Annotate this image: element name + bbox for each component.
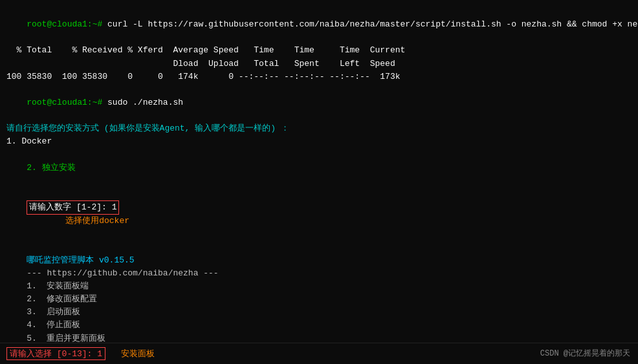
install-hint: 安装面板: [121, 348, 155, 359]
menu-title: 哪吒监控管理脚本 v0.15.5: [6, 254, 632, 267]
terminal: root@clouda1:~# curl -L https://raw.gith…: [0, 0, 638, 364]
number-input-box[interactable]: 请输入数字 [1-2]: 1: [27, 200, 119, 215]
selection-input-box[interactable]: 请输入选择 [0-13]: 1: [6, 347, 105, 360]
curl-command: curl -L https://raw.githubusercontent.co…: [107, 19, 638, 29]
docker-comment: 选择使用docker: [65, 216, 129, 226]
menu-item-2: 2. 修改面板配置: [6, 293, 632, 306]
option-standalone: 2. 独立安装: [6, 149, 632, 187]
line-sudo-cmd: root@clouda1:~# sudo ./nezha.sh: [6, 83, 632, 122]
progress-header-2: Dload Upload Total Spent Left Speed: [6, 58, 632, 70]
menu-item-1: 1. 安装面板端: [6, 280, 632, 293]
menu-url: --- https://github.com/naiba/nezha ---: [6, 267, 632, 280]
menu-item-4: 4. 停止面板: [6, 319, 632, 332]
bottom-input-area: 请输入选择 [0-13]: 1 安装面板: [6, 347, 155, 360]
option-docker: 1. Docker: [6, 135, 632, 148]
option-standalone-text: 2. 独立安装: [27, 163, 75, 173]
csdn-credit: CSDN @记忆摇晃着的那天: [540, 348, 630, 359]
blank-before-menu: [6, 241, 632, 254]
prompt-2: root@clouda1:~#: [27, 98, 107, 107]
prompt-1: root@clouda1:~#: [27, 19, 107, 29]
progress-header-1: % Total % Received % Xferd Average Speed…: [6, 44, 632, 57]
menu-item-3: 3. 启动面板: [6, 306, 632, 319]
input-line-1: 请输入数字 [1-2]: 1 选择使用docker: [6, 187, 632, 241]
sudo-command: sudo ./nezha.sh: [107, 98, 183, 107]
line-curl-cmd: root@clouda1:~# curl -L https://raw.gith…: [6, 5, 632, 44]
progress-data: 100 35830 100 35830 0 0 174k 0 --:--:-- …: [6, 70, 632, 83]
install-method-prompt: 请自行选择您的安装方式 (如果你是安装Agent, 输入哪个都是一样的) ：: [6, 122, 632, 135]
